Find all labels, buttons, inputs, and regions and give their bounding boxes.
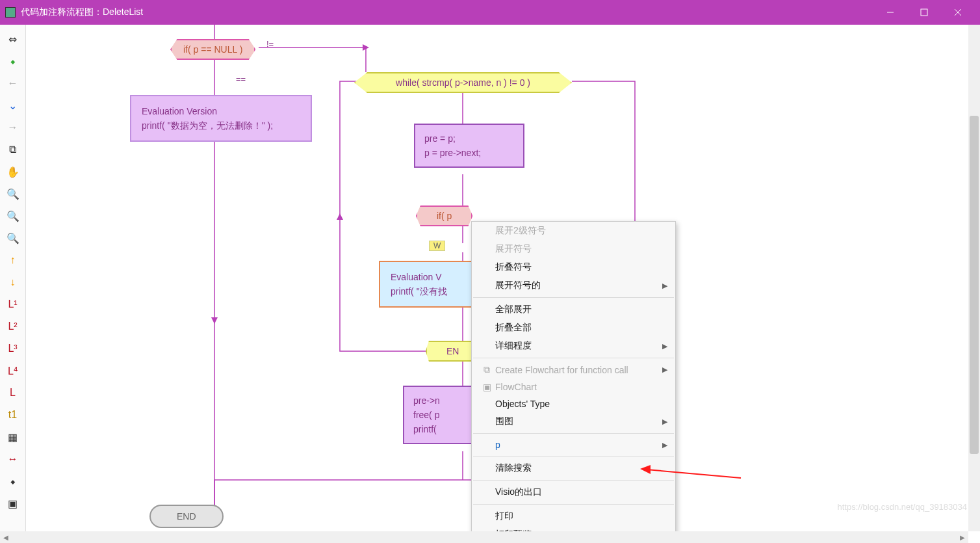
block-eval2[interactable]: Evaluation V printf( "没有找: [379, 261, 473, 308]
menu-separator: [473, 358, 674, 358]
block3-line2: printf( "没有找: [391, 284, 461, 298]
vscroll-thumb[interactable]: [970, 116, 979, 454]
grid-icon[interactable]: ▦: [5, 429, 21, 445]
zoom-in-icon[interactable]: 🔍: [5, 186, 21, 202]
menu-expand-symbol[interactable]: 展开符号: [472, 240, 675, 258]
horizontal-scrollbar[interactable]: ◀ ▶: [0, 531, 968, 543]
block3-line1: Evaluation V: [391, 270, 461, 284]
menu-detail-level[interactable]: 详细程度▶: [472, 337, 675, 355]
label-equal: ==: [236, 74, 246, 84]
arrow-down-icon[interactable]: ↓: [5, 274, 21, 290]
block-evaluation[interactable]: Evaluation Version printf( "数据为空，无法删除！" …: [130, 95, 312, 142]
loop-text: while( strcmp( p->name, n ) != 0 ): [396, 77, 530, 88]
block-free[interactable]: pre->n free( p printf(: [403, 386, 473, 444]
zoom-out-icon[interactable]: 🔍: [5, 208, 21, 224]
end-node[interactable]: END: [149, 505, 224, 528]
titlebar: 代码加注释流程图：DeleteList: [0, 0, 980, 25]
menu-collapse-all[interactable]: 折叠全部: [472, 319, 675, 337]
menu-expand-2level[interactable]: 展开2级符号: [472, 222, 675, 240]
end1-text: EN: [446, 346, 459, 356]
app-icon: [5, 7, 16, 18]
arrow-up-icon[interactable]: ↑: [5, 252, 21, 268]
submenu-arrow-icon: ▶: [662, 441, 667, 449]
decision-cond2[interactable]: if( p: [416, 205, 472, 226]
w-box: W: [429, 241, 445, 251]
menu-separator: [473, 433, 674, 434]
menu-visio-export[interactable]: Visio的出口: [472, 483, 675, 501]
watermark-text: https://blog.csdn.net/qq_39183034: [838, 502, 968, 512]
flowchart-icon: ⧉: [478, 364, 495, 375]
block4-line1: pre->n: [413, 393, 463, 408]
cond2-text: if( p: [437, 211, 452, 221]
menu-create-flowchart[interactable]: ⧉Create Flowchart for function call▶: [472, 361, 675, 378]
menu-flowchart[interactable]: ▣FlowChart: [472, 378, 675, 395]
window-buttons: [873, 0, 975, 25]
svg-line-19: [647, 470, 741, 478]
vertical-scrollbar[interactable]: [968, 25, 980, 531]
tool-right-icon[interactable]: →: [5, 120, 21, 135]
svg-marker-20: [640, 465, 651, 474]
fc-icon: ▣: [478, 382, 495, 392]
block2-line1: pre = p;: [424, 131, 514, 146]
menu-p[interactable]: p▶: [472, 436, 675, 453]
block1-line2: printf( "数据为空，无法删除！" );: [142, 118, 300, 133]
tool-tree-icon[interactable]: ⧉: [5, 142, 21, 157]
menu-print-preview[interactable]: 打印预览: [472, 525, 675, 531]
decision-pnull-text: if( p == NULL ): [183, 44, 242, 55]
submenu-arrow-icon: ▶: [662, 342, 667, 351]
window-title: 代码加注释流程图：DeleteList: [21, 7, 143, 18]
svg-marker-8: [211, 317, 218, 324]
hscroll-left-icon[interactable]: ◀: [0, 534, 12, 541]
zoom-icon[interactable]: 🔍: [5, 230, 21, 246]
menu-expand-all[interactable]: 全部展开: [472, 300, 675, 319]
main-area: ⇔ ⬥ ← ⌄ → ⧉ ✋ 🔍 🔍 🔍 ↑ ↓ L¹ L² L³ L⁴ L t1…: [0, 25, 980, 531]
end-text: END: [177, 511, 196, 522]
label-not-equal: !=: [266, 39, 274, 49]
l1-icon[interactable]: L¹: [5, 297, 21, 312]
chart-icon[interactable]: ▣: [5, 496, 21, 511]
svg-marker-5: [363, 44, 369, 51]
context-menu: 展开2级符号 展开符号 折叠符号 展开符号的▶ 全部展开 折叠全部 详细程度▶ …: [471, 221, 676, 531]
decision-pnull[interactable]: if( p == NULL ): [170, 39, 255, 60]
menu-separator: [473, 297, 674, 298]
l5-icon[interactable]: L: [5, 385, 21, 401]
tool-left-icon[interactable]: ←: [5, 75, 21, 91]
block4-line3: printf(: [413, 422, 463, 436]
l2-icon[interactable]: L²: [5, 319, 21, 334]
l4-icon[interactable]: L⁴: [5, 363, 21, 378]
hscroll-right-icon[interactable]: ▶: [957, 534, 968, 541]
cfg-icon[interactable]: ⬥: [5, 473, 21, 489]
maximize-button[interactable]: [907, 0, 941, 25]
menu-print[interactable]: 打印: [472, 507, 675, 525]
menu-objects-type[interactable]: Objects' Type: [472, 395, 675, 412]
minimize-button[interactable]: [873, 0, 907, 25]
svg-marker-17: [337, 213, 343, 220]
red-arrow-annotation: [640, 462, 744, 481]
tool-a-icon[interactable]: ⇔: [5, 31, 21, 47]
left-toolbar: ⇔ ⬥ ← ⌄ → ⧉ ✋ 🔍 🔍 🔍 ↑ ↓ L¹ L² L³ L⁴ L t1…: [0, 25, 26, 531]
submenu-arrow-icon: ▶: [662, 417, 667, 426]
block-pre-assign[interactable]: pre = p; p = pre->next;: [414, 124, 524, 168]
l3-icon[interactable]: L³: [5, 341, 21, 356]
menu-separator: [473, 456, 674, 457]
svg-rect-1: [921, 9, 927, 16]
submenu-arrow-icon: ▶: [662, 282, 667, 290]
submenu-arrow-icon: ▶: [662, 365, 667, 374]
block2-line2: p = pre->next;: [424, 146, 514, 160]
menu-expand-symbol-of[interactable]: 展开符号的▶: [472, 276, 675, 295]
resize-icon[interactable]: ↔: [5, 451, 21, 467]
block1-line1: Evaluation Version: [142, 104, 300, 118]
tool-b-icon[interactable]: ⬥: [5, 53, 21, 69]
menu-weitu[interactable]: 围图▶: [472, 412, 675, 430]
menu-collapse-symbol[interactable]: 折叠符号: [472, 258, 675, 276]
flowchart-canvas[interactable]: if( p == NULL ) != == Evaluation Version…: [26, 25, 980, 531]
loop-while[interactable]: while( strcmp( p->name, n ) != 0 ): [354, 72, 572, 93]
tool-down-icon[interactable]: ⌄: [5, 98, 21, 113]
menu-separator: [473, 504, 674, 505]
tool-hand-icon[interactable]: ✋: [5, 164, 21, 179]
block4-line2: free( p: [413, 408, 463, 422]
close-button[interactable]: [941, 0, 975, 25]
t1-icon[interactable]: t1: [5, 407, 21, 423]
